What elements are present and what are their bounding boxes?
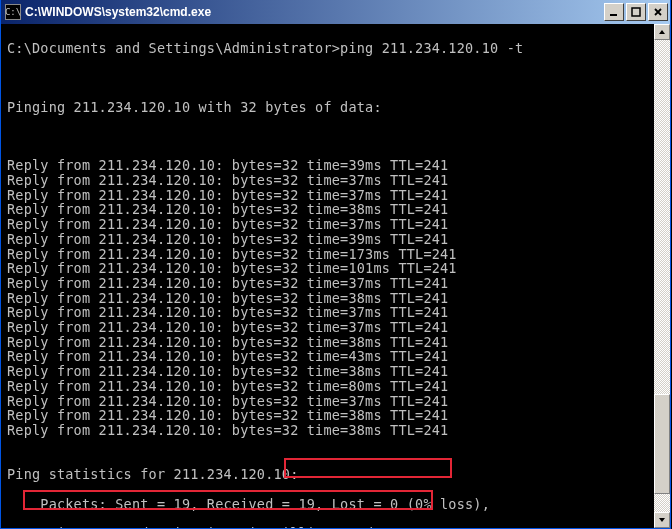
ping-packets-line: Packets: Sent = 19, Received = 19, Lost …: [7, 497, 652, 512]
cmd-window: C:\ C:\WINDOWS\system32\cmd.exe C:\Docum…: [0, 0, 671, 529]
prompt-line: C:\Documents and Settings\Administrator>…: [7, 41, 652, 56]
blank-line: [7, 129, 652, 144]
prompt-command: ping 211.234.120.10 -t: [340, 40, 523, 56]
ping-header: Pinging 211.234.120.10 with 32 bytes of …: [7, 100, 652, 115]
packets-prefix: Packets: Sent = 19, Received = 19,: [7, 496, 332, 512]
scroll-down-button[interactable]: [654, 512, 670, 528]
close-button[interactable]: [648, 3, 668, 21]
scroll-thumb[interactable]: [654, 394, 670, 494]
ping-replies: Reply from 211.234.120.10: bytes=32 time…: [7, 157, 457, 438]
scroll-up-button[interactable]: [654, 24, 670, 40]
window-controls: [604, 3, 668, 21]
ping-approx-line: Approximate round trip times in milli-se…: [7, 526, 652, 528]
titlebar[interactable]: C:\ C:\WINDOWS\system32\cmd.exe: [1, 0, 670, 24]
terminal-output[interactable]: C:\Documents and Settings\Administrator>…: [1, 24, 654, 528]
minimize-button[interactable]: [604, 3, 624, 21]
window-title: C:\WINDOWS\system32\cmd.exe: [25, 5, 604, 19]
svg-rect-0: [610, 14, 617, 16]
blank-line: [7, 438, 652, 453]
content-row: C:\Documents and Settings\Administrator>…: [1, 24, 670, 528]
packets-lost: Lost = 0 (0% loss),: [332, 496, 490, 512]
vertical-scrollbar[interactable]: [654, 24, 670, 528]
svg-rect-1: [632, 8, 640, 16]
prompt-path: C:\Documents and Settings\Administrator>: [7, 40, 340, 56]
maximize-button[interactable]: [626, 3, 646, 21]
scroll-track[interactable]: [654, 40, 670, 512]
cmd-icon: C:\: [5, 4, 21, 20]
blank-line: [7, 70, 652, 85]
ping-stats-title: Ping statistics for 211.234.120.10:: [7, 467, 652, 482]
